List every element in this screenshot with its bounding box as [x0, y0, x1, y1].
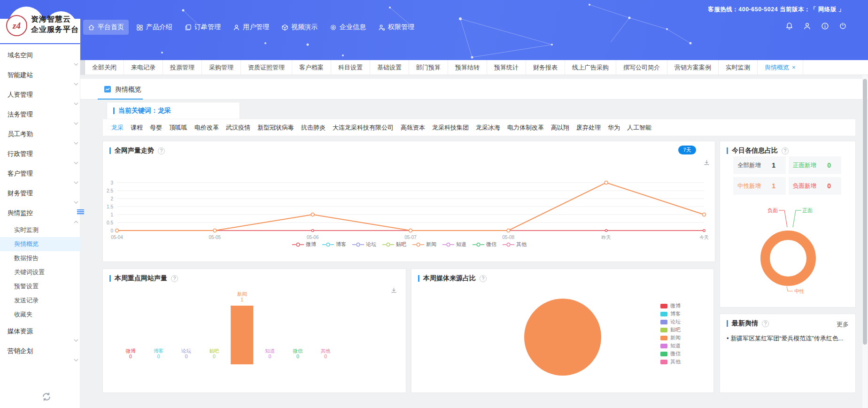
tab-scroll-button[interactable] [80, 60, 85, 75]
keyword-chip[interactable]: 大连龙采科技有限公司 [333, 123, 394, 132]
keyword-chip[interactable]: 顶呱呱 [169, 123, 187, 132]
tab[interactable]: 财务报表 [526, 60, 565, 75]
tab[interactable]: 科目设置 [331, 60, 370, 75]
sidebar-resize-handle[interactable] [77, 209, 84, 215]
keyword-chip[interactable]: 龙采 [111, 123, 124, 132]
keyword-chip[interactable]: 高瓴资本 [401, 123, 425, 132]
keyword-chip[interactable]: 人工智能 [627, 123, 651, 132]
sidebar-item[interactable]: 舆情监控 [0, 203, 80, 223]
tab[interactable]: 撰写公司简介 [616, 60, 667, 75]
sidebar-item[interactable]: 智能建站 [0, 65, 80, 85]
bell-icon[interactable] [785, 22, 793, 30]
nav-item[interactable]: 用户管理 [228, 20, 274, 35]
close-icon[interactable]: × [792, 64, 796, 70]
legend-item[interactable]: 新闻 [660, 334, 681, 342]
legend-label: 论坛 [366, 241, 376, 248]
sidebar-subitem[interactable]: 关键词设置 [0, 265, 80, 279]
sidebar-subitem[interactable]: 收藏夹 [0, 308, 80, 322]
tab[interactable]: 线上广告采购 [565, 60, 616, 75]
keyword-chip[interactable]: 电价改革 [194, 123, 219, 132]
keyword-chip[interactable]: 抗击肺炎 [301, 123, 326, 132]
legend-item[interactable]: 知道 [660, 342, 681, 350]
legend-item[interactable]: 贴吧 [382, 241, 406, 248]
info-icon[interactable] [821, 22, 829, 30]
sidebar-subitem[interactable]: 数据报告 [0, 251, 80, 265]
keyword-chip[interactable]: 高以翔 [551, 123, 569, 132]
keyword-chip[interactable]: 武汉疫情 [226, 123, 250, 132]
accent-bar [418, 275, 419, 282]
legend-item[interactable]: 论坛 [352, 241, 376, 248]
tab[interactable]: 采购管理 [202, 60, 241, 75]
svg-text:05-08: 05-08 [503, 235, 515, 240]
scrollbar-thumb[interactable] [863, 79, 867, 345]
tab[interactable]: 基础设置 [370, 60, 409, 75]
sidebar-item[interactable]: 行政管理 [0, 144, 80, 164]
help-icon[interactable]: ? [782, 147, 789, 154]
news-item[interactable]: 新疆军区某红军团“爱兵模范连”传承红色... [727, 334, 851, 343]
tab[interactable]: 舆情概览× [758, 60, 803, 75]
keyword-chip[interactable]: 母婴 [150, 123, 162, 132]
legend-item[interactable]: 微博 [292, 241, 316, 248]
download-icon[interactable] [703, 159, 710, 168]
help-icon[interactable]: ? [762, 320, 769, 327]
keyword-chip[interactable]: 课程 [131, 123, 143, 132]
tab[interactable]: 投票管理 [163, 60, 202, 75]
sidebar-subitem[interactable]: 预警设置 [0, 279, 80, 293]
tab[interactable]: 全部关闭 [85, 60, 124, 75]
sidebar-item[interactable]: 员工考勤 [0, 124, 80, 144]
sidebar-item[interactable]: 财务管理 [0, 184, 80, 203]
legend-item[interactable]: 微信 [660, 350, 681, 358]
legend-item[interactable]: 论坛 [660, 318, 681, 326]
more-link[interactable]: 更多 [837, 320, 849, 329]
keyword-chip[interactable]: 龙采科技集团 [432, 123, 469, 132]
legend-item[interactable]: 博客 [660, 310, 681, 318]
nav-item[interactable]: 视频演示 [277, 20, 322, 35]
nav-item[interactable]: 产品介绍 [132, 20, 177, 35]
nav-item[interactable]: 订单管理 [180, 20, 225, 35]
range-7d-badge[interactable]: 7天 [678, 146, 696, 154]
tab[interactable]: 资质证照管理 [241, 60, 292, 75]
tab[interactable]: 客户档案 [292, 60, 331, 75]
tab[interactable]: 营销方案案例 [667, 60, 719, 75]
sidebar-item[interactable]: 媒体资源 [0, 322, 80, 341]
legend-item[interactable]: 贴吧 [660, 326, 681, 334]
legend-item[interactable]: 微信 [473, 241, 496, 248]
legend-item[interactable]: 其他 [503, 241, 527, 248]
sidebar-subitem[interactable]: 发送记录 [0, 293, 80, 308]
tab-label: 采购管理 [209, 63, 233, 72]
refresh-icon[interactable] [41, 392, 52, 402]
sidebar-item[interactable]: 人资管理 [0, 85, 80, 105]
legend-item[interactable]: 新闻 [412, 241, 436, 248]
nav-item[interactable]: 平台首页 [83, 20, 129, 35]
tab[interactable]: 部门预算 [409, 60, 448, 75]
tab[interactable]: 预算结转 [448, 60, 487, 75]
keyword-chip[interactable]: 华为 [608, 123, 620, 132]
tab[interactable]: 实时监测 [719, 60, 758, 75]
nav-item[interactable]: 权限管理 [373, 20, 419, 35]
legend-item[interactable]: 知道 [442, 241, 466, 248]
legend-item[interactable]: 博客 [322, 241, 346, 248]
tab[interactable]: 预算统计 [487, 60, 526, 75]
legend-label: 新闻 [426, 241, 436, 248]
power-icon[interactable] [839, 22, 847, 30]
tab[interactable]: 来电记录 [124, 60, 163, 75]
sidebar-item[interactable]: 域名空间 [0, 46, 80, 65]
keyword-chip[interactable]: 废弃处理 [576, 123, 601, 132]
sidebar-item[interactable]: 营销企划 [0, 341, 80, 361]
user-icon[interactable] [803, 22, 811, 30]
keyword-chip[interactable]: 新型冠状病毒 [257, 123, 294, 132]
keyword-chip[interactable]: 龙采冰海 [476, 123, 500, 132]
legend-item[interactable]: 微博 [660, 302, 681, 310]
sidebar-item-label: 人资管理 [8, 91, 33, 98]
help-icon[interactable]: ? [480, 275, 487, 282]
sidebar-subitem[interactable]: 实时监测 [0, 223, 80, 237]
sidebar-subitem[interactable]: 舆情概览 [0, 237, 80, 251]
company-name: 资海智慧云 企业服务平台 [31, 14, 79, 35]
sidebar-item[interactable]: 客户管理 [0, 164, 80, 184]
help-icon[interactable]: ? [171, 275, 178, 282]
sidebar-item[interactable]: 法务管理 [0, 105, 80, 124]
nav-item[interactable]: 企业信息 [325, 20, 371, 35]
help-icon[interactable]: ? [158, 147, 165, 154]
keyword-chip[interactable]: 电力体制改革 [507, 123, 544, 132]
legend-item[interactable]: 其他 [660, 358, 681, 366]
